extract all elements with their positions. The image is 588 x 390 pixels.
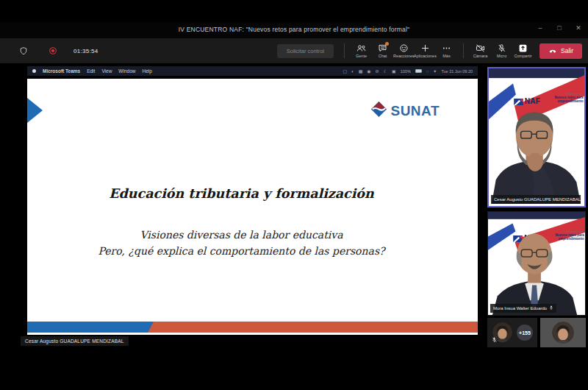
hangup-icon	[548, 47, 557, 55]
titlebar: IV ENCUENTRO NAF: "Nuevos retos para pro…	[0, 22, 588, 38]
camera-off-icon	[476, 43, 485, 53]
toolbar-button-group: Solicitar control Gente Chat Reacciones …	[277, 38, 585, 63]
window-controls: – □ ✕	[535, 24, 584, 32]
mac-menubar: Microsoft Teams Edit View Window Help ▢ …	[27, 66, 478, 76]
battery-icon	[415, 69, 422, 73]
more-button[interactable]: Más	[436, 43, 457, 58]
menu-window: Window	[118, 68, 135, 74]
status-icon: ▣	[392, 68, 396, 74]
share-button[interactable]: Compartir	[512, 43, 534, 58]
request-control-button[interactable]: Solicitar control	[277, 44, 334, 58]
people-button[interactable]: Gente	[351, 43, 372, 58]
participant-1-name-label: Cesar Augusto GUADALUPE MENDIZABAL	[491, 195, 581, 204]
mic-button[interactable]: Micro	[491, 43, 512, 58]
chat-button[interactable]: Chat	[372, 43, 393, 58]
status-icon: ◌	[426, 69, 429, 74]
slide-subtitle-line2: Pero, ¿qué explica el comportamiento de …	[27, 245, 456, 257]
participant-video-1[interactable]: NAF IV Encuentro Nuevos retos para empre…	[487, 67, 586, 208]
menu-help: Help	[142, 68, 151, 74]
status-icon: ⊘	[376, 68, 379, 74]
presentation-slide: SUNAT Educación tributaria y formalizaci…	[27, 79, 478, 335]
people-icon	[356, 43, 366, 53]
participants-overflow-badge[interactable]: +155	[517, 325, 533, 341]
status-icon: ✦	[433, 68, 437, 74]
participant-video-2[interactable]: NAF IV Encuentro Nuevos retos para empre…	[487, 211, 586, 316]
maximize-button[interactable]: □	[554, 24, 564, 32]
menubar-clock: Tue 21 Jun 09:20	[441, 69, 473, 74]
self-avatar	[552, 322, 574, 344]
slide-footer-bar	[27, 322, 478, 333]
status-icon: ☾	[384, 68, 387, 74]
menubar-status-icons: ▢ ◐ ▦ ◉ ⊘ ☾ ▣ 100% ◌ ✦ Tue 21 Jun 09:20	[343, 68, 473, 74]
meeting-title: IV ENCUENTRO NAF: "Nuevos retos para pro…	[0, 26, 588, 33]
participant-thumbnail-tile[interactable]: +155	[487, 318, 537, 347]
shield-icon	[19, 46, 28, 56]
camera-button[interactable]: Cámara	[470, 43, 491, 58]
mic-off-icon	[497, 43, 506, 53]
close-button[interactable]: ✕	[573, 24, 584, 32]
status-icon: ▢	[343, 68, 347, 74]
mic-icon	[549, 305, 553, 311]
participant-1-person	[489, 68, 584, 204]
battery-percent: 100%	[401, 69, 411, 74]
menu-view: View	[101, 68, 112, 74]
chat-notification-badge	[385, 42, 389, 46]
toolbar-status-group: 01:35:54	[19, 46, 98, 56]
recording-icon	[49, 46, 57, 55]
presenter-name-label: Cesar Augusto GUADALUPE MENDIZABAL	[21, 336, 129, 346]
sunat-logo: SUNAT	[370, 101, 440, 121]
mic-off-icon	[492, 333, 497, 346]
meeting-timer: 01:35:54	[74, 48, 98, 54]
shared-screen[interactable]: Microsoft Teams Edit View Window Help ▢ …	[27, 66, 478, 335]
status-icon: ▦	[359, 68, 363, 74]
reactions-button[interactable]: Reacciones	[393, 43, 415, 58]
slide-title: Educación tributaria y formalización	[27, 186, 456, 201]
menubar-app-name: Microsoft Teams	[43, 68, 80, 74]
sunat-wordmark: SUNAT	[390, 103, 440, 119]
slide-footer-bar-blue	[27, 322, 154, 333]
self-view-tile[interactable]	[540, 318, 586, 347]
divider	[463, 43, 464, 58]
plus-icon	[420, 43, 430, 53]
participant-2-name-label: Mora Insua Walter Eduardo	[490, 304, 556, 313]
leave-button[interactable]: Salir	[539, 43, 582, 59]
status-icon: ◐	[351, 69, 354, 74]
menu-edit: Edit	[87, 68, 95, 74]
reactions-icon	[399, 43, 409, 53]
minimize-button[interactable]: –	[535, 24, 545, 32]
meeting-window: IV ENCUENTRO NAF: "Nuevos retos para pro…	[0, 0, 588, 390]
sunat-diamond-icon	[370, 101, 387, 121]
share-screen-icon	[518, 43, 528, 53]
apple-icon	[32, 69, 36, 73]
slide-subtitle-line1: Visiones diversas de la labor educativa	[27, 229, 456, 241]
participant-2-person	[488, 212, 585, 315]
apps-button[interactable]: Aplicaciones	[415, 43, 436, 58]
status-icon: ◉	[367, 68, 370, 74]
divider	[344, 43, 345, 58]
more-icon	[442, 43, 451, 53]
slide-accent-triangle	[27, 98, 43, 123]
meeting-toolbar: 01:35:54 Solicitar control Gente Chat Re…	[0, 38, 588, 63]
